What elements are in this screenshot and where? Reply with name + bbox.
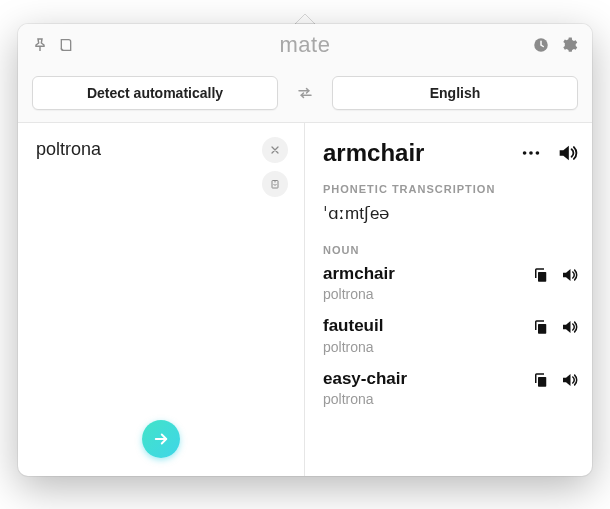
book-icon[interactable] bbox=[58, 37, 74, 53]
senses-list: armchairpoltronafauteuilpoltronaeasy-cha… bbox=[323, 264, 578, 407]
svg-point-2 bbox=[523, 151, 527, 155]
language-bar: Detect automatically English bbox=[18, 66, 592, 123]
pronounce-button[interactable] bbox=[556, 142, 578, 164]
headword-row: armchair bbox=[323, 139, 578, 167]
sense-back-translation: poltrona bbox=[323, 286, 395, 302]
pos-label: NOUN bbox=[323, 244, 578, 256]
source-lang-button[interactable]: Detect automatically bbox=[32, 76, 278, 110]
sense-word: armchair bbox=[323, 264, 395, 284]
swap-icon[interactable] bbox=[296, 84, 314, 102]
history-icon[interactable] bbox=[532, 36, 550, 54]
target-lang-button[interactable]: English bbox=[332, 76, 578, 110]
target-lang-label: English bbox=[430, 85, 481, 101]
translator-popup: mate Detect automatically English poltro… bbox=[18, 24, 592, 476]
gear-icon[interactable] bbox=[560, 36, 578, 54]
sense-row: fauteuilpoltrona bbox=[323, 316, 578, 354]
source-pane: poltrona bbox=[18, 123, 305, 476]
copy-button[interactable] bbox=[532, 318, 550, 336]
sense-back-translation: poltrona bbox=[323, 391, 407, 407]
sense-word: easy-chair bbox=[323, 369, 407, 389]
arrow-right-icon bbox=[152, 430, 170, 448]
speaker-icon bbox=[560, 318, 578, 336]
sense-back-translation: poltrona bbox=[323, 339, 383, 355]
svg-point-3 bbox=[529, 151, 533, 155]
paste-button[interactable] bbox=[262, 171, 288, 197]
copy-icon bbox=[532, 318, 550, 336]
paste-icon bbox=[269, 178, 281, 190]
more-button[interactable] bbox=[520, 142, 542, 164]
copy-button[interactable] bbox=[532, 266, 550, 284]
headword: armchair bbox=[323, 139, 424, 167]
clear-button[interactable] bbox=[262, 137, 288, 163]
sense-row: armchairpoltrona bbox=[323, 264, 578, 302]
content-body: poltrona armchair bbox=[18, 123, 592, 476]
popup-caret bbox=[295, 14, 315, 24]
speaker-icon bbox=[560, 266, 578, 284]
phonetic-label: PHONETIC TRANSCRIPTION bbox=[323, 183, 578, 195]
sense-row: easy-chairpoltrona bbox=[323, 369, 578, 407]
header-bar: mate bbox=[18, 24, 592, 66]
svg-rect-6 bbox=[538, 324, 546, 334]
source-input[interactable]: poltrona bbox=[36, 139, 286, 160]
more-icon bbox=[520, 142, 542, 164]
pronounce-button[interactable] bbox=[560, 371, 578, 389]
result-pane: armchair PHONETIC TRANSCRIPTION ˈɑːm bbox=[305, 123, 592, 476]
translate-button[interactable] bbox=[142, 420, 180, 458]
close-icon bbox=[269, 144, 281, 156]
app-title: mate bbox=[102, 32, 508, 58]
svg-rect-7 bbox=[538, 377, 546, 387]
speaker-icon bbox=[556, 142, 578, 164]
copy-icon bbox=[532, 266, 550, 284]
phonetic-text: ˈɑːmtʃeə bbox=[323, 203, 578, 224]
svg-rect-5 bbox=[538, 272, 546, 282]
copy-button[interactable] bbox=[532, 371, 550, 389]
svg-point-4 bbox=[536, 151, 540, 155]
speaker-icon bbox=[560, 371, 578, 389]
pronounce-button[interactable] bbox=[560, 266, 578, 284]
sense-word: fauteuil bbox=[323, 316, 383, 336]
source-lang-label: Detect automatically bbox=[87, 85, 223, 101]
pin-icon[interactable] bbox=[32, 37, 48, 53]
copy-icon bbox=[532, 371, 550, 389]
pronounce-button[interactable] bbox=[560, 318, 578, 336]
